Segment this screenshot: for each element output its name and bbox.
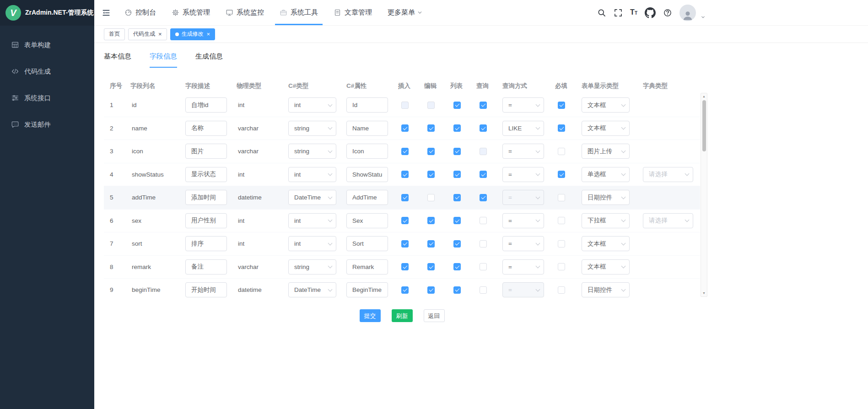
edit-checkbox[interactable]	[427, 148, 435, 155]
query-type-select[interactable]: =	[502, 144, 544, 159]
list-checkbox[interactable]	[453, 240, 461, 248]
field-description-input[interactable]	[185, 236, 227, 251]
cs-property-input[interactable]	[346, 236, 388, 251]
tag-view-tab[interactable]: 代码生成×	[128, 28, 167, 40]
cs-type-select[interactable]: string	[288, 259, 336, 274]
query-type-select[interactable]: =	[502, 259, 544, 274]
back-button[interactable]: 返回	[424, 309, 445, 322]
sidebar-item[interactable]: 代码生成	[0, 58, 94, 85]
sidebar-item[interactable]: 表单构建	[0, 32, 94, 58]
nav-item[interactable]: 控制台	[117, 0, 164, 25]
query-checkbox[interactable]	[480, 102, 487, 109]
cs-property-input[interactable]	[346, 167, 388, 182]
edit-checkbox[interactable]	[427, 286, 435, 294]
insert-checkbox[interactable]	[401, 124, 409, 132]
avatar[interactable]	[679, 5, 696, 21]
content-tab[interactable]: 字段信息	[150, 52, 177, 68]
edit-checkbox[interactable]	[427, 263, 435, 270]
scrollbar-thumb[interactable]	[702, 100, 706, 151]
cs-property-input[interactable]	[346, 259, 388, 274]
display-type-select[interactable]: 文本框	[582, 259, 630, 274]
list-checkbox[interactable]	[453, 263, 461, 270]
list-checkbox[interactable]	[453, 194, 461, 201]
cs-type-select[interactable]: int	[288, 97, 336, 113]
cs-type-select[interactable]: int	[288, 167, 336, 182]
query-checkbox[interactable]	[480, 240, 487, 248]
query-type-select[interactable]: =	[502, 213, 544, 228]
required-checkbox[interactable]	[558, 240, 565, 248]
sidebar-item[interactable]: 发送邮件	[0, 111, 94, 138]
display-type-select[interactable]: 文本框	[582, 236, 630, 251]
query-type-select[interactable]: =	[502, 167, 544, 182]
list-checkbox[interactable]	[453, 286, 461, 294]
sidebar-item[interactable]: 系统接口	[0, 85, 94, 111]
refresh-button[interactable]: 刷新	[392, 309, 413, 322]
field-description-input[interactable]	[185, 213, 227, 228]
required-checkbox[interactable]	[558, 263, 565, 270]
display-type-select[interactable]: 文本框	[582, 97, 630, 113]
search-icon[interactable]	[597, 8, 606, 17]
cs-type-select[interactable]: DateTime	[288, 282, 336, 297]
cs-type-select[interactable]: int	[288, 213, 336, 228]
cs-property-input[interactable]	[346, 144, 388, 159]
insert-checkbox[interactable]	[401, 148, 409, 155]
query-checkbox[interactable]	[480, 194, 487, 201]
query-type-select[interactable]: =	[502, 236, 544, 251]
field-description-input[interactable]	[185, 144, 227, 159]
query-type-select[interactable]: LIKE	[502, 121, 544, 136]
edit-checkbox[interactable]	[427, 171, 435, 178]
display-type-select[interactable]: 图片上传	[582, 144, 630, 159]
content-tab[interactable]: 基本信息	[104, 52, 131, 68]
insert-checkbox[interactable]	[401, 194, 409, 201]
cs-type-select[interactable]: DateTime	[288, 190, 336, 205]
list-checkbox[interactable]	[453, 217, 461, 224]
submit-button[interactable]: 提交	[360, 309, 381, 322]
required-checkbox[interactable]	[558, 286, 565, 294]
display-type-select[interactable]: 下拉框	[582, 213, 630, 228]
help-icon[interactable]	[663, 8, 672, 17]
nav-item[interactable]: 系统管理	[164, 0, 218, 25]
insert-checkbox[interactable]	[401, 217, 409, 224]
cs-property-input[interactable]	[346, 282, 388, 297]
edit-checkbox[interactable]	[427, 217, 435, 224]
github-icon[interactable]	[645, 7, 656, 18]
field-description-input[interactable]	[185, 167, 227, 182]
cs-property-input[interactable]	[346, 121, 388, 136]
fullscreen-icon[interactable]	[614, 8, 623, 17]
dict-type-select[interactable]: 请选择	[643, 213, 693, 228]
insert-checkbox[interactable]	[401, 240, 409, 248]
required-checkbox[interactable]	[558, 171, 565, 178]
font-size-icon[interactable]: TT	[630, 8, 637, 18]
dict-type-select[interactable]: 请选择	[643, 167, 693, 182]
tag-view-tab[interactable]: 生成修改×	[170, 28, 216, 40]
edit-checkbox[interactable]	[427, 240, 435, 248]
field-description-input[interactable]	[185, 190, 227, 205]
field-description-input[interactable]	[185, 259, 227, 274]
cs-property-input[interactable]	[346, 213, 388, 228]
nav-item[interactable]: 系统监控	[218, 0, 272, 25]
list-checkbox[interactable]	[453, 124, 461, 132]
display-type-select[interactable]: 单选框	[582, 167, 630, 182]
query-checkbox[interactable]	[480, 124, 487, 132]
insert-checkbox[interactable]	[401, 263, 409, 270]
scroll-down-icon[interactable]: ▼	[701, 291, 707, 296]
nav-item[interactable]: 文章管理	[326, 0, 380, 25]
cs-type-select[interactable]: string	[288, 144, 336, 159]
list-checkbox[interactable]	[453, 171, 461, 178]
cs-type-select[interactable]: string	[288, 121, 336, 136]
display-type-select[interactable]: 文本框	[582, 121, 630, 136]
table-scrollbar[interactable]: ▲ ▼	[701, 93, 707, 297]
tab-close-icon[interactable]: ×	[207, 31, 210, 37]
tag-view-tab[interactable]: 首页	[104, 28, 125, 40]
field-description-input[interactable]	[185, 282, 227, 297]
required-checkbox[interactable]	[558, 102, 565, 109]
cs-property-input[interactable]	[346, 97, 388, 113]
tab-close-icon[interactable]: ×	[158, 31, 162, 37]
list-checkbox[interactable]	[453, 102, 461, 109]
edit-checkbox[interactable]	[427, 194, 435, 201]
required-checkbox[interactable]	[558, 124, 565, 132]
list-checkbox[interactable]	[453, 148, 461, 155]
display-type-select[interactable]: 日期控件	[582, 190, 630, 205]
query-type-select[interactable]: =	[502, 97, 544, 113]
menu-fold-icon[interactable]	[102, 8, 111, 17]
